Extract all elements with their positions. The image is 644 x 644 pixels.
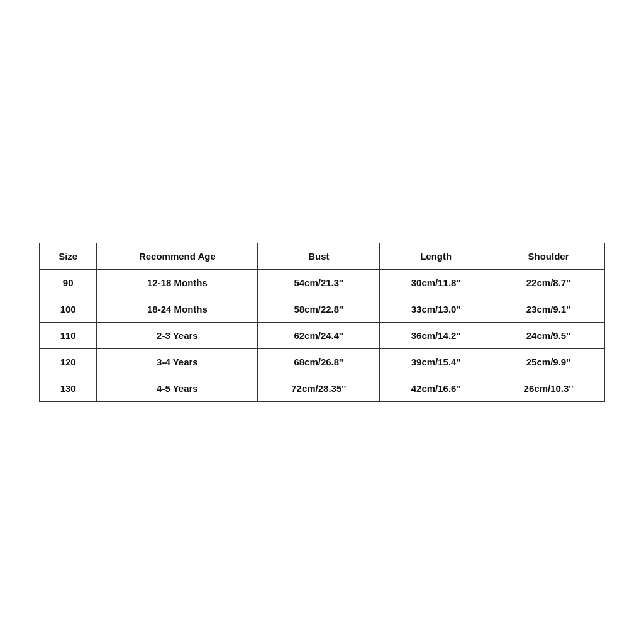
cell-bust: 58cm/22.8''	[258, 296, 380, 322]
size-chart-table: Size Recommend Age Bust Length Shoulder …	[39, 243, 605, 402]
cell-shoulder: 23cm/9.1''	[492, 296, 605, 322]
cell-shoulder: 25cm/9.9''	[492, 348, 605, 375]
cell-shoulder: 24cm/9.5''	[492, 322, 605, 348]
col-header-recommend-age: Recommend Age	[97, 243, 258, 269]
col-header-size: Size	[40, 243, 97, 269]
cell-length: 33cm/13.0''	[380, 296, 492, 322]
col-header-length: Length	[380, 243, 492, 269]
cell-shoulder: 22cm/8.7''	[492, 269, 605, 296]
cell-size: 90	[40, 269, 97, 296]
table-row: 1203-4 Years68cm/26.8''39cm/15.4''25cm/9…	[40, 348, 605, 375]
cell-size: 100	[40, 296, 97, 322]
cell-shoulder: 26cm/10.3''	[492, 375, 605, 401]
cell-size: 130	[40, 375, 97, 401]
table-row: 10018-24 Months58cm/22.8''33cm/13.0''23c…	[40, 296, 605, 322]
cell-bust: 68cm/26.8''	[258, 348, 380, 375]
table-header-row: Size Recommend Age Bust Length Shoulder	[40, 243, 605, 269]
table-row: 1304-5 Years72cm/28.35''42cm/16.6''26cm/…	[40, 375, 605, 401]
size-chart-container: Size Recommend Age Bust Length Shoulder …	[39, 243, 605, 402]
table-row: 1102-3 Years62cm/24.4''36cm/14.2''24cm/9…	[40, 322, 605, 348]
cell-age: 18-24 Months	[97, 296, 258, 322]
cell-length: 39cm/15.4''	[380, 348, 492, 375]
cell-length: 36cm/14.2''	[380, 322, 492, 348]
cell-age: 2-3 Years	[97, 322, 258, 348]
cell-size: 120	[40, 348, 97, 375]
col-header-bust: Bust	[258, 243, 380, 269]
cell-size: 110	[40, 322, 97, 348]
cell-age: 12-18 Months	[97, 269, 258, 296]
cell-bust: 62cm/24.4''	[258, 322, 380, 348]
cell-length: 30cm/11.8''	[380, 269, 492, 296]
cell-bust: 54cm/21.3''	[258, 269, 380, 296]
cell-age: 4-5 Years	[97, 375, 258, 401]
cell-age: 3-4 Years	[97, 348, 258, 375]
table-row: 9012-18 Months54cm/21.3''30cm/11.8''22cm…	[40, 269, 605, 296]
cell-length: 42cm/16.6''	[380, 375, 492, 401]
cell-bust: 72cm/28.35''	[258, 375, 380, 401]
col-header-shoulder: Shoulder	[492, 243, 605, 269]
